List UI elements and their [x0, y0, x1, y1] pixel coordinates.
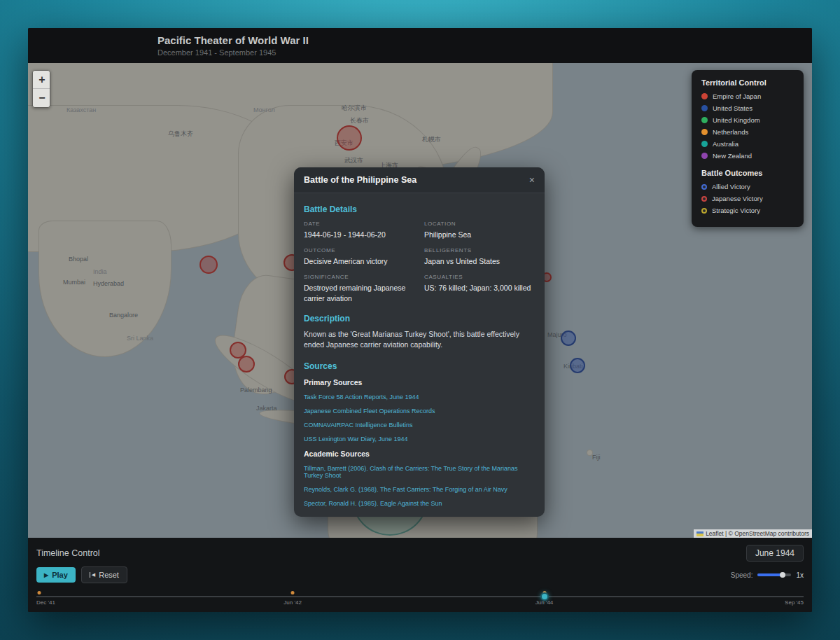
axis-label: Jun '44 — [536, 599, 554, 606]
battle-marker[interactable] — [337, 125, 362, 151]
map-label: Bangalore — [109, 312, 138, 319]
battle-marker[interactable] — [200, 256, 218, 274]
color-swatch — [701, 117, 708, 123]
legend-label: Australia — [713, 140, 738, 148]
map-label: 哈尔滨市 — [342, 104, 367, 113]
field-value: Destroyed remaining Japanese carrier avi… — [304, 283, 414, 302]
current-date-display: June 1944 — [746, 545, 804, 562]
map-label: India — [93, 268, 107, 275]
battle-marker[interactable] — [238, 356, 255, 373]
field-date: Date 1944-06-19 - 1944-06-20 — [304, 221, 414, 239]
axis-label: Sep '45 — [785, 599, 804, 606]
legend-label: Netherlands — [713, 128, 748, 136]
speed-slider-fill — [757, 573, 781, 576]
source-link[interactable]: Task Force 58 Action Reports, June 1944 — [304, 394, 535, 401]
legend-item: Allied Victory — [701, 183, 794, 190]
legend-item: Strategic Victory — [701, 207, 794, 214]
battle-fields: Date 1944-06-19 - 1944-06-20 Location Ph… — [304, 221, 535, 303]
timeline-title: Timeline Control — [36, 548, 100, 558]
map-label: 武汉市 — [344, 156, 363, 165]
field-value: Decisive American victory — [304, 256, 414, 266]
source-link[interactable]: Tillman, Barrett (2006). Clash of the Ca… — [304, 465, 535, 479]
color-swatch — [701, 105, 708, 111]
speed-slider-thumb[interactable] — [780, 572, 785, 578]
source-link[interactable]: USS Lexington War Diary, June 1944 — [304, 436, 535, 443]
source-link[interactable]: Spector, Ronald H. (1985). Eagle Against… — [304, 500, 535, 507]
battle-marker[interactable] — [561, 331, 576, 346]
legend-label: New Zealand — [713, 152, 752, 160]
map-label: Palembang — [240, 387, 272, 394]
map-label: Sri Lanka — [127, 335, 153, 342]
field-value: 1944-06-19 - 1944-06-20 — [304, 230, 414, 239]
axis-label: Dec '41 — [36, 599, 55, 606]
map-label: Jakarta — [256, 405, 277, 412]
zoom-out-button[interactable]: − — [33, 89, 50, 107]
field-label: Belligerents — [424, 247, 535, 253]
field-location: Location Philippine Sea — [424, 221, 535, 239]
battle-marker[interactable] — [570, 358, 585, 373]
legend-item: United Kingdom — [701, 116, 794, 124]
legend-item: Japanese Victory — [701, 195, 794, 202]
legend-item: Netherlands — [701, 128, 794, 136]
map-label: Bhopal — [69, 256, 88, 263]
legend-label: Empire of Japan — [713, 92, 761, 100]
source-link[interactable]: Reynolds, Clark G. (1968). The Fast Carr… — [304, 486, 535, 493]
map-label: 札幌市 — [422, 135, 441, 144]
legend-panel: Territorial Control Empire of Japan Unit… — [692, 70, 804, 227]
field-value: Japan vs United States — [424, 256, 535, 266]
primary-sources-title: Primary Sources — [304, 378, 535, 387]
attribution-text: Leaflet | © OpenStreetMap contributors — [706, 530, 809, 537]
legend-label: United Kingdom — [713, 116, 760, 124]
legend-item: New Zealand — [701, 152, 794, 160]
field-belligerents: Belligerents Japan vs United States — [424, 247, 535, 266]
event-dot[interactable] — [291, 591, 295, 594]
timeline-panel: Timeline Control June 1944 ▶ Play ◀ Rese… — [28, 538, 812, 612]
page-subtitle: December 1941 - September 1945 — [158, 48, 812, 57]
field-significance: Significance Destroyed remaining Japanes… — [304, 274, 414, 302]
reset-button[interactable]: ◀ Reset — [81, 566, 127, 583]
app-window: Pacific Theater of World War II December… — [28, 28, 812, 612]
color-swatch — [701, 196, 707, 202]
source-link[interactable]: COMNAVAIRPAC Intelligence Bulletins — [304, 422, 535, 429]
battle-details-heading: Battle Details — [304, 204, 535, 214]
desktop-background: Pacific Theater of World War II December… — [0, 0, 840, 640]
color-swatch — [701, 153, 708, 159]
map-label: Монгол — [253, 106, 275, 113]
map-canvas[interactable]: Казахстан Монгол 哈尔滨市 长春市 西安市 上海市 札幌市 武汉… — [28, 63, 812, 538]
close-icon[interactable]: × — [529, 175, 535, 185]
field-label: Outcome — [304, 247, 414, 253]
speed-value: 1x — [796, 571, 804, 579]
battle-popup: Battle of the Philippine Sea × Battle De… — [294, 167, 545, 517]
axis-label: Jun '42 — [284, 599, 302, 606]
event-dot[interactable] — [38, 591, 41, 594]
color-swatch — [701, 208, 707, 214]
source-link[interactable]: Japanese Combined Fleet Operations Recor… — [304, 408, 535, 415]
zoom-in-button[interactable]: + — [33, 71, 50, 89]
popup-body: Battle Details Date 1944-06-19 - 1944-06… — [294, 193, 545, 517]
timeline-header-row: Timeline Control June 1944 — [28, 538, 812, 562]
legend-item: Australia — [701, 140, 794, 148]
field-label: Significance — [304, 274, 414, 280]
field-casualties: Casualties US: 76 killed; Japan: 3,000 k… — [424, 274, 535, 302]
popup-title: Battle of the Philippine Sea — [304, 175, 416, 185]
field-value: US: 76 killed; Japan: 3,000 killed — [424, 283, 535, 293]
color-swatch — [701, 129, 708, 135]
map-label: Казахстан — [66, 106, 96, 113]
field-label: Date — [304, 221, 414, 227]
sources-heading: Sources — [304, 361, 535, 371]
field-label: Location — [424, 221, 535, 227]
page-title: Pacific Theater of World War II — [158, 34, 812, 46]
speed-slider[interactable] — [757, 573, 791, 576]
map-label: Fiji — [592, 454, 601, 461]
legend-item: United States — [701, 104, 794, 112]
app-header: Pacific Theater of World War II December… — [28, 28, 812, 63]
ukraine-flag-icon — [696, 531, 704, 536]
academic-sources-title: Academic Sources — [304, 450, 535, 458]
timeline-track[interactable] — [36, 596, 804, 597]
legend-label: United States — [713, 104, 752, 112]
field-outcome: Outcome Decisive American victory — [304, 247, 414, 266]
map-attribution: Leaflet | © OpenStreetMap contributors — [694, 529, 812, 538]
play-button[interactable]: ▶ Play — [36, 567, 76, 583]
map-label: Hyderabad — [93, 280, 124, 287]
color-swatch — [701, 184, 707, 190]
